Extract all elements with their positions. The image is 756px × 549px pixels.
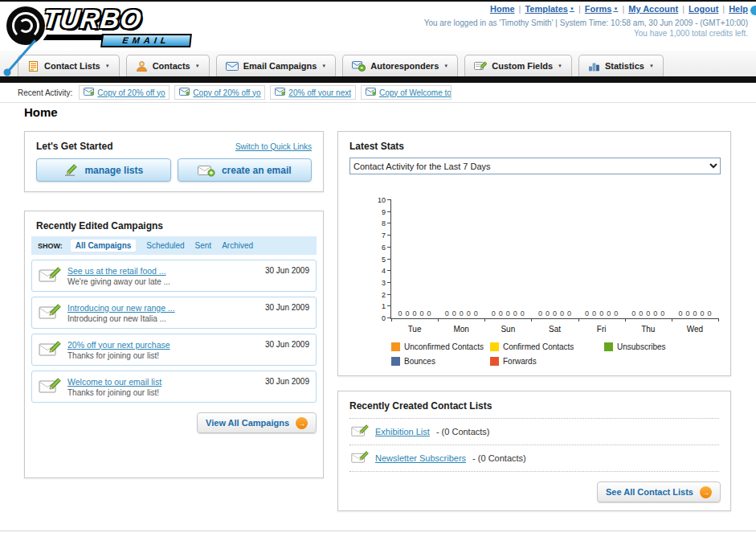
nav-divider-bar: [0, 76, 756, 83]
campaign-text: Welcome to our email listThanks for join…: [67, 377, 161, 397]
campaign-title-link[interactable]: See us at the retail food ...: [67, 266, 170, 276]
y-axis-label: 7: [382, 231, 386, 240]
bar-value-labels: 00000: [631, 309, 664, 318]
recent-activity-bar: Recent Activity: Copy of 20% off yoCopy …: [0, 83, 756, 103]
page-bottom-border: [0, 531, 756, 531]
bar-value: 0: [474, 309, 478, 318]
y-axis-tick: [387, 294, 391, 295]
nav-tab-custom-fields[interactable]: Custom Fields▼: [464, 55, 572, 76]
nav-tab-autoresponders[interactable]: Autoresponders▼: [342, 55, 458, 76]
contact-list-name-link[interactable]: Exhibition List: [375, 427, 430, 436]
top-link-help[interactable]: Help: [729, 4, 748, 14]
top-link-forms[interactable]: Forms▼: [585, 4, 619, 14]
arrow-right-icon: →: [296, 417, 308, 429]
app-logo[interactable]: TURBO EMAIL: [6, 5, 207, 50]
bar-value: 0: [499, 309, 503, 318]
y-axis-label: 5: [382, 256, 386, 264]
y-axis-tick: [387, 259, 391, 260]
campaign-title-link[interactable]: Welcome to our email list: [67, 377, 161, 387]
filter-all-campaigns[interactable]: All Campaigns: [71, 240, 136, 252]
campaign-title-link[interactable]: 20% off your next purchase: [67, 340, 170, 350]
main-nav: Contact Lists▼Contacts▼Email Campaigns▼A…: [0, 51, 756, 76]
nav-tab-contact-lists[interactable]: Contact Lists▼: [18, 55, 120, 76]
stats-period-select[interactable]: Contact Activity for the Last 7 Days: [349, 158, 721, 174]
chevron-down-icon: ▼: [321, 64, 326, 68]
y-axis-label: 10: [378, 196, 386, 204]
arrow-right-icon: →: [700, 486, 712, 498]
top-link-home[interactable]: Home: [490, 4, 515, 14]
contact-lists-panel: Recently Created Contact Lists Exhibitio…: [337, 391, 731, 511]
logo-email-text: EMAIL: [100, 34, 192, 47]
bar-value: 0: [427, 309, 431, 318]
y-axis-tick: [387, 223, 391, 223]
filter-scheduled[interactable]: Scheduled: [146, 241, 184, 250]
bar-value: 0: [685, 309, 689, 318]
filter-archived[interactable]: Archived: [222, 241, 253, 250]
campaign-row[interactable]: Introducing our new range ...Introducing…: [31, 297, 317, 329]
legend-label: Forwards: [503, 357, 537, 366]
login-info: You are logged in as 'Timothy Smith' | S…: [424, 18, 748, 27]
create-email-button[interactable]: create an email: [178, 158, 313, 182]
see-all-contact-lists-button[interactable]: See All Contact Lists →: [597, 481, 721, 502]
contact-list-items: Exhibition List- (0 Contacts)Newsletter …: [349, 418, 719, 472]
chart-plot: 012345678910Tue00000Mon00000Sun00000Sat0…: [390, 200, 718, 319]
turbo-email-dashboard: TURBO EMAIL Home|Templates▼|Forms▼|My Ac…: [0, 0, 756, 549]
top-link-my-account[interactable]: My Account: [628, 4, 678, 14]
view-all-campaigns-button[interactable]: View All Campaigns →: [197, 412, 317, 433]
x-axis-tick: [625, 318, 626, 322]
envelope-pencil-icon: [39, 266, 61, 285]
manage-lists-button[interactable]: manage lists: [36, 158, 171, 182]
nav-tab-email-campaigns[interactable]: Email Campaigns▼: [216, 55, 337, 76]
campaign-filter-bar: SHOW: All CampaignsScheduledSentArchived: [31, 236, 317, 255]
campaign-list: See us at the retail food ...We're givin…: [25, 260, 323, 403]
legend-swatch: [490, 342, 499, 351]
legend-unconfirmed-contacts: Unconfirmed Contacts: [391, 342, 490, 351]
recent-activity-item[interactable]: Copy of 20% off yo: [79, 85, 170, 100]
chevron-down-icon: ▼: [195, 64, 200, 68]
campaign-subtitle: Introducing our new Italia ...: [67, 314, 175, 323]
contact-list-row[interactable]: Newsletter Subscribers- (0 Contacts): [349, 445, 719, 472]
campaign-text: 20% off your next purchaseThanks for joi…: [67, 340, 170, 360]
campaigns-title: Recently Edited Campaigns: [36, 220, 163, 231]
campaign-row[interactable]: 20% off your next purchaseThanks for joi…: [31, 334, 317, 366]
filter-sent[interactable]: Sent: [195, 241, 212, 250]
nav-tab-statistics[interactable]: Statistics▼: [578, 55, 664, 76]
separator: |: [622, 4, 624, 14]
campaign-row[interactable]: Welcome to our email listThanks for join…: [31, 371, 317, 403]
bar-value: 0: [521, 309, 525, 318]
nav-tab-contacts[interactable]: Contacts▼: [126, 55, 210, 76]
credits-info: You have 1,000 total credits left.: [634, 29, 748, 38]
top-nav-links: Home|Templates▼|Forms▼|My Account|Logout…: [490, 4, 748, 14]
statistics-icon: [588, 60, 600, 72]
recent-activity-item[interactable]: Copy of Welcome to: [361, 85, 452, 100]
x-axis-tick: [718, 318, 719, 322]
x-axis-tick: [531, 318, 532, 322]
bar-value: 0: [678, 309, 682, 318]
switch-quick-links-link[interactable]: Switch to Quick Links: [235, 142, 312, 151]
chevron-down-icon: ▼: [613, 6, 618, 11]
legend-swatch: [391, 357, 400, 366]
nav-tab-label: Autoresponders: [370, 61, 439, 71]
x-axis-tick: [484, 318, 485, 322]
legend-unsubscribes: Unsubscribes: [604, 342, 722, 351]
top-link-logout[interactable]: Logout: [689, 4, 718, 14]
bar-value: 0: [506, 309, 510, 318]
bar-value: 0: [646, 309, 650, 318]
chevron-down-icon: ▼: [105, 64, 110, 68]
envelope-pencil-icon: [351, 450, 369, 466]
recent-activity-item[interactable]: 20% off your next: [270, 85, 356, 100]
top-link-templates[interactable]: Templates▼: [525, 4, 574, 14]
campaign-title-link[interactable]: Introducing our new range ...: [67, 303, 175, 313]
y-axis-label: 0: [382, 314, 386, 322]
y-axis-label: 1: [382, 302, 386, 310]
x-axis-tick: [391, 318, 392, 322]
latest-stats-panel: Latest Stats Contact Activity for the La…: [337, 131, 731, 376]
contact-list-name-link[interactable]: Newsletter Subscribers: [375, 453, 466, 463]
contact-list-row[interactable]: Exhibition List- (0 Contacts): [349, 419, 719, 445]
x-axis-label: Sat: [549, 325, 561, 334]
campaign-row[interactable]: See us at the retail food ...We're givin…: [31, 260, 317, 292]
top-link-label: Templates: [525, 4, 568, 14]
envelope-pencil-icon: [39, 303, 61, 322]
recent-activity-item[interactable]: Copy of 20% off yo: [174, 85, 265, 100]
envelope-plus-icon: [198, 164, 215, 177]
